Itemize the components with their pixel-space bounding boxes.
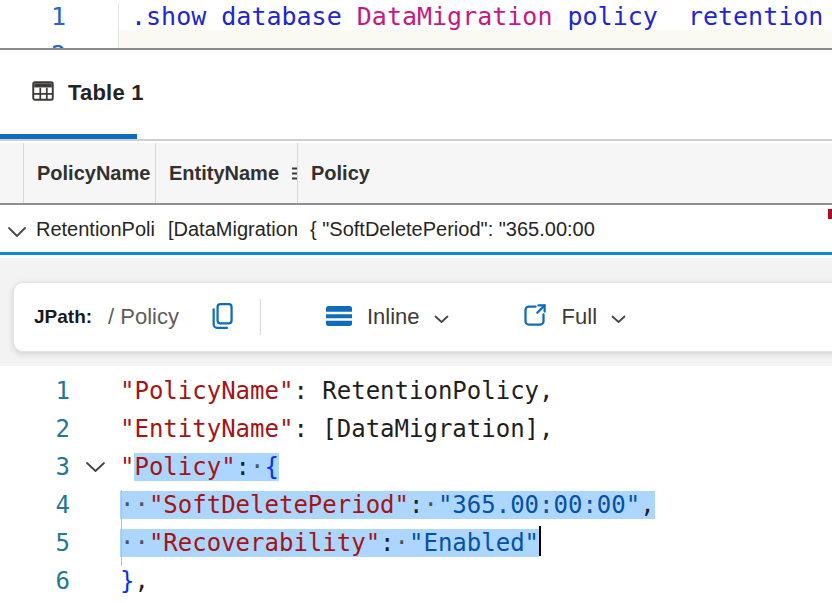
json-code-text: ··"Recoverability":·"Enabled" (120, 524, 541, 562)
line-number: 6 (0, 562, 70, 600)
copy-jpath-button[interactable] (209, 302, 234, 333)
gutter-space (70, 524, 120, 562)
column-label: PolicyName (37, 162, 150, 185)
gutter-space (70, 372, 120, 410)
json-detail-viewer[interactable]: 1"PolicyName": RetentionPolicy,2"EntityN… (0, 366, 832, 603)
text-cursor (539, 526, 541, 556)
jpath-label: JPath: (34, 306, 92, 328)
view-mode-label: Inline (367, 304, 420, 330)
expand-mode-label: Full (562, 304, 597, 330)
json-code-text: ··"SoftDeletePeriod":·"365.00:00:00", (120, 486, 655, 524)
editor-line-number: 1 (0, 3, 66, 31)
json-code-text: "Policy":·{ (120, 448, 279, 486)
json-line[interactable]: 3"Policy":·{ (0, 448, 832, 486)
fullscreen-icon (521, 302, 548, 332)
json-line[interactable]: 6}, (0, 562, 832, 600)
json-line[interactable]: 2"EntityName": [DataMigration], (0, 410, 832, 448)
line-number: 4 (0, 486, 70, 524)
gutter-space (70, 562, 120, 600)
active-tab-indicator (0, 134, 137, 139)
line-number: 3 (0, 448, 70, 486)
results-tab-strip: Table 1 (0, 52, 832, 141)
column-header-entityname[interactable]: EntityName (155, 143, 297, 203)
table-grid-icon (30, 78, 56, 108)
json-code-text: "EntityName": [DataMigration], (120, 410, 553, 448)
collapse-chevron-icon[interactable] (70, 448, 120, 486)
editor-line-number: 2 (0, 41, 66, 50)
gutter-space (70, 486, 120, 524)
json-line[interactable]: 4··"SoftDeletePeriod":·"365.00:00:00", (0, 486, 832, 524)
cell-entityname[interactable]: [DataMigration] (155, 207, 297, 252)
query-editor[interactable]: 1 2 .show database DataMigration policy … (0, 0, 832, 50)
column-label: Policy (311, 162, 370, 185)
chevron-down-icon (434, 312, 449, 327)
gutter-space (70, 410, 120, 448)
column-header-policyname[interactable]: PolicyName (23, 143, 155, 203)
jpath-value: / Policy (108, 304, 179, 330)
cell-policy[interactable]: { "SoftDeletePeriod": "365.00:00 (297, 207, 832, 252)
toolbar-divider (260, 299, 261, 335)
jpath-toolbar: JPath: / Policy Inline (13, 282, 832, 352)
cell-policyname[interactable]: RetentionPolicy (23, 207, 155, 252)
line-number: 5 (0, 524, 70, 562)
tab-label: Table 1 (68, 80, 144, 106)
query-text[interactable]: .show database DataMigration policy rete… (118, 3, 832, 50)
rows-layout-icon (325, 305, 353, 330)
json-line[interactable]: 5··"Recoverability":·"Enabled" (0, 524, 832, 562)
json-code-text: "PolicyName": RetentionPolicy, (120, 372, 553, 410)
line-number: 2 (0, 410, 70, 448)
view-mode-dropdown[interactable]: Inline (325, 304, 449, 330)
copy-icon (209, 302, 234, 333)
detail-pane-background: JPath: / Policy Inline (0, 258, 832, 366)
line-number: 1 (0, 372, 70, 410)
column-label: EntityName (169, 162, 279, 185)
json-code-text: }, (120, 562, 149, 600)
table-header-row: PolicyName EntityName Policy (0, 143, 832, 205)
table-row[interactable]: RetentionPolicy [DataMigration] { "SoftD… (0, 207, 832, 255)
tab-table-1[interactable]: Table 1 (30, 78, 144, 108)
column-header-policy[interactable]: Policy (297, 143, 832, 203)
expand-mode-dropdown[interactable]: Full (521, 302, 626, 332)
row-edge-marker (828, 209, 832, 219)
chevron-down-icon (611, 312, 626, 327)
column-menu-icon[interactable] (290, 163, 297, 186)
indent-guide (121, 490, 122, 566)
json-line[interactable]: 1"PolicyName": RetentionPolicy, (0, 372, 832, 410)
